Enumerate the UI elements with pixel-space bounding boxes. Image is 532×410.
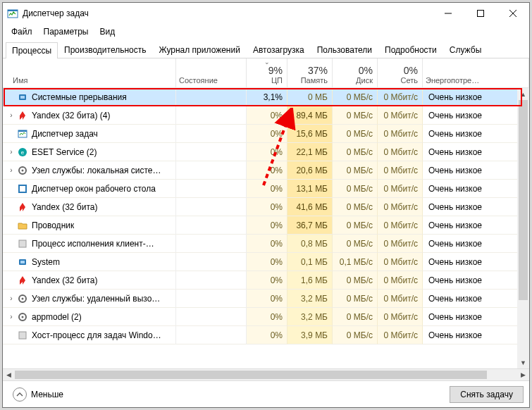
svg-point-13 [22,169,24,171]
network-cell: 0 Мбит/с [378,235,423,253]
header-status[interactable]: Состояние [176,58,247,87]
process-icon [17,183,28,194]
cpu-cell: 0% [247,235,287,253]
table-row[interactable]: ›Yandex (32 бита) (4)0%89,4 МБ0 МБ/с0 Мб… [3,106,517,125]
expand-icon[interactable]: › [7,294,16,302]
fewer-details-label: Меньше [31,390,63,399]
process-name: Yandex (32 бита) [32,275,97,285]
end-task-button[interactable]: Снять задачу [450,386,524,403]
table-row[interactable]: Процесс исполнения клиент-…0%0,8 МБ0 МБ/… [3,235,517,253]
expand-icon[interactable]: › [7,148,16,156]
tab-processes[interactable]: Процессы [6,42,58,58]
tab-apphistory[interactable]: Журнал приложений [153,42,247,58]
tab-services[interactable]: Службы [443,42,488,58]
menu-view[interactable]: Вид [94,25,120,38]
menubar: Файл Параметры Вид [3,24,529,39]
header-network[interactable]: 0% Сеть [378,58,423,87]
process-icon [17,110,28,121]
header-memory[interactable]: 37% Память [287,58,333,87]
scroll-thumb[interactable] [519,100,528,300]
memory-cell: 41,6 МБ [287,198,333,216]
hscroll-thumb[interactable] [15,371,487,379]
process-icon [17,311,28,323]
minimize-button[interactable] [432,3,464,24]
network-cell: 0 Мбит/с [378,125,423,143]
process-name: Yandex (32 бита) (4) [32,111,110,120]
process-icon [17,92,28,103]
vertical-scrollbar[interactable]: ▲ ▼ [517,88,529,368]
tab-performance[interactable]: Производительность [58,42,152,58]
cpu-cell: 0% [247,326,287,344]
process-name: Хост-процесс для задач Windo… [32,330,161,340]
process-icon: e [17,147,28,158]
status-cell [176,180,247,198]
status-cell [176,290,247,308]
process-name-cell: Диспетчер окон рабочего стола [3,180,176,198]
table-row[interactable]: Диспетчер задач0%15,6 МБ0 МБ/с0 Мбит/сОч… [3,125,517,143]
process-name-cell: Диспетчер задач [3,125,176,143]
process-name: Проводник [32,220,74,230]
status-cell [176,161,247,180]
scroll-down-icon[interactable]: ▼ [517,356,529,368]
svg-rect-18 [20,261,25,263]
cpu-cell: 0% [247,271,287,290]
memory-cell: 22,1 МБ [287,143,333,161]
header-name[interactable]: Имя [3,58,176,87]
tabstrip: Процессы Производительность Журнал прило… [3,39,529,58]
horizontal-scrollbar[interactable]: ◀ ▶ [3,368,529,380]
close-button[interactable] [497,3,529,24]
network-cell: 0 Мбит/с [378,143,423,161]
scroll-right-icon[interactable]: ▶ [517,369,529,380]
expand-icon[interactable]: › [7,111,16,119]
table-row[interactable]: System0%0,1 МБ0,1 МБ/с0 Мбит/сОчень низк… [3,253,517,271]
fewer-details-button[interactable]: Меньше [8,385,68,404]
process-table: Системные прерывания3,1%0 МБ0 МБ/с0 Мбит… [3,88,529,368]
table-row[interactable]: Диспетчер окон рабочего стола0%13,1 МБ0 … [3,180,517,198]
status-cell [176,125,247,143]
network-cell: 0 Мбит/с [378,271,423,290]
status-cell [176,326,247,344]
expand-icon[interactable]: › [7,313,16,321]
power-cell: Очень низкое [423,235,517,253]
cpu-cell: 0% [247,180,287,198]
maximize-button[interactable] [464,3,497,24]
network-cell: 0 Мбит/с [378,216,423,235]
svg-rect-16 [19,240,26,247]
table-row[interactable]: ›eESET Service (2)0%22,1 МБ0 МБ/с0 Мбит/… [3,143,517,161]
process-name: Диспетчер окон рабочего стола [32,184,156,194]
process-name-cell: Yandex (32 бита) [3,271,176,290]
tab-users[interactable]: Пользователи [311,42,378,58]
table-row[interactable]: ›Узел службы: удаленный вызо…0%3,2 МБ0 М… [3,290,517,308]
task-manager-window: Диспетчер задач Файл Параметры Вид Проце… [2,2,530,408]
header-power[interactable]: Энергопотре… [423,58,529,87]
table-row[interactable]: Проводник0%36,7 МБ0 МБ/с0 Мбит/сОчень ни… [3,216,517,235]
network-cell: 0 Мбит/с [378,180,423,198]
menu-file[interactable]: Файл [6,25,38,38]
process-name: System [32,257,60,267]
table-row[interactable]: Системные прерывания3,1%0 МБ0 МБ/с0 Мбит… [3,88,517,106]
process-name: Диспетчер задач [32,129,98,139]
app-icon [7,8,18,19]
process-icon [17,220,28,231]
table-row[interactable]: ›appmodel (2)0%3,2 МБ0 МБ/с0 Мбит/сОчень… [3,308,517,326]
table-row[interactable]: Yandex (32 бита)0%1,6 МБ0 МБ/с0 Мбит/сОч… [3,271,517,290]
cpu-cell: 0% [247,198,287,216]
header-disk[interactable]: 0% Диск [333,58,378,87]
table-row[interactable]: Хост-процесс для задач Windo…0%3,9 МБ0 М… [3,326,517,344]
status-cell [176,253,247,271]
network-cell: 0 Мбит/с [378,161,423,180]
power-cell: Очень низкое [423,253,517,271]
power-cell: Очень низкое [423,125,517,143]
table-row[interactable]: Yandex (32 бита)0%41,6 МБ0 МБ/с0 Мбит/сО… [3,198,517,216]
tab-startup[interactable]: Автозагрузка [247,42,311,58]
memory-cell: 89,4 МБ [287,106,333,125]
scroll-left-icon[interactable]: ◀ [3,369,15,380]
tab-details[interactable]: Подробности [378,42,443,58]
table-row[interactable]: ›Узел службы: локальная систе…0%20,6 МБ0… [3,161,517,180]
expand-icon[interactable]: › [7,166,16,174]
header-cpu[interactable]: ⌄ 9% ЦП [247,58,287,87]
cpu-cell: 0% [247,125,287,143]
menu-options[interactable]: Параметры [38,25,94,38]
scroll-up-icon[interactable]: ▲ [517,88,529,100]
process-name-cell: Системные прерывания [3,88,176,106]
